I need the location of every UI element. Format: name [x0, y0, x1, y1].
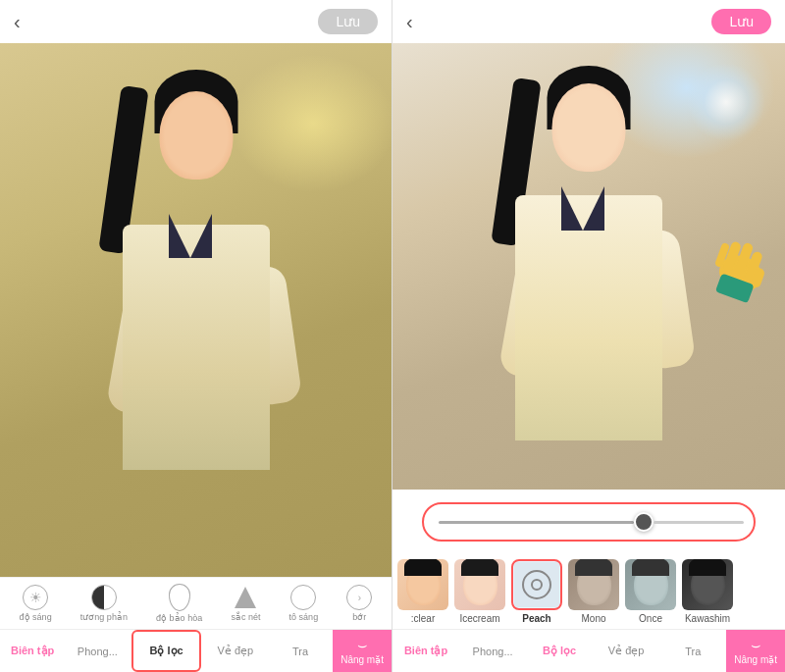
- filter-mono-thumb: [568, 559, 619, 610]
- filter-kawashim[interactable]: Kawashim: [682, 559, 733, 624]
- svg-point-0: [714, 250, 767, 298]
- svg-rect-4: [714, 242, 730, 268]
- svg-rect-1: [744, 250, 763, 283]
- hand-icon: [699, 224, 785, 312]
- body-left: [123, 225, 270, 470]
- slider-thumb[interactable]: [634, 512, 654, 532]
- more-icon: ›: [346, 585, 372, 610]
- filter-icons-bar-left: ☀ độ sáng tương phản độ bảo hòa sắc nét …: [0, 577, 392, 629]
- tra-label-left: Tra: [292, 646, 308, 657]
- nav-bien-tap-left[interactable]: Biên tập: [0, 630, 65, 672]
- hand-cursor: [706, 233, 775, 313]
- filter-peach-thumb: [511, 559, 562, 610]
- more-label: bớr: [352, 612, 366, 622]
- filter-clear-label: :clear: [411, 613, 435, 624]
- nav-boloc-right[interactable]: Bộ lọc: [526, 630, 593, 672]
- nangmat-label-left: Nâng mặt: [340, 654, 384, 665]
- phong-label-left: Phong...: [78, 646, 118, 657]
- filter-icecream-thumb: [454, 559, 505, 610]
- slider-empty-track: [654, 521, 744, 524]
- right-photo-area: [392, 43, 785, 490]
- contrast-icon: [91, 585, 117, 610]
- filter-kawashim-label: Kawashim: [685, 613, 730, 624]
- filter-sharpness[interactable]: sắc nét: [231, 585, 260, 622]
- nav-tra-right[interactable]: Tra: [659, 630, 726, 672]
- bien-tap-label-left: Biên tập: [11, 645, 54, 657]
- left-panel: ‹ Lưu ☀ độ sáng tương phản: [0, 0, 392, 672]
- phong-label-right: Phong...: [473, 646, 513, 657]
- collar-left: [169, 214, 212, 258]
- saturation-label: độ bảo hòa: [156, 613, 202, 623]
- slider-filled-track: [439, 521, 634, 524]
- filter-peach-label: Peach: [522, 613, 550, 624]
- svg-rect-6: [715, 273, 755, 303]
- highlight-label: tô sáng: [289, 612, 319, 622]
- svg-rect-2: [733, 241, 754, 277]
- filter-thumbnails: :clear Icecream Peach: [392, 554, 785, 629]
- nav-nangmat-left[interactable]: ⌣ Nâng mặt: [333, 630, 392, 672]
- peach-placeholder-icon: [522, 570, 551, 599]
- filter-saturation[interactable]: độ bảo hòa: [156, 584, 202, 623]
- slider-area: [392, 490, 785, 554]
- nav-boloc-left[interactable]: Bộ lọc: [131, 630, 200, 672]
- right-back-button[interactable]: ‹: [406, 11, 413, 33]
- filter-highlight[interactable]: tô sáng: [289, 585, 319, 622]
- filter-icecream-label: Icecream: [459, 613, 499, 624]
- svg-rect-5: [750, 267, 765, 288]
- left-header: ‹ Lưu: [0, 0, 392, 43]
- filter-slider-track: [439, 512, 739, 532]
- filter-clear-thumb: [397, 559, 448, 610]
- body-right: [515, 195, 662, 440]
- vedep-label-left: Vẻ đẹp: [218, 645, 254, 657]
- filter-clear[interactable]: :clear: [397, 559, 448, 624]
- smile-icon-right: ⌣: [751, 637, 761, 654]
- nav-nangmat-right[interactable]: ⌣ Nâng mặt: [726, 630, 785, 672]
- face-right: [552, 83, 626, 172]
- face-left: [159, 91, 233, 180]
- filter-peach[interactable]: Peach: [511, 559, 562, 624]
- bottom-nav-right: Biên tập Phong... Bộ lọc Vẻ đẹp Tra ⌣ Nâ…: [392, 629, 785, 672]
- collar-right: [561, 186, 604, 231]
- right-photo-bg: [392, 43, 785, 490]
- boloc-label-right: Bộ lọc: [543, 645, 576, 657]
- svg-rect-3: [722, 240, 742, 273]
- bottom-nav-left: Biên tập Phong... Bộ lọc Vẻ đẹp Tra ⌣ Nâ…: [0, 629, 392, 672]
- nav-vedep-left[interactable]: Vẻ đẹp: [203, 630, 268, 672]
- tra-label-right: Tra: [685, 646, 701, 657]
- smile-icon-left: ⌣: [357, 637, 368, 654]
- sun-icon: ☀: [23, 585, 48, 610]
- brightness-label: độ sáng: [20, 612, 52, 622]
- right-header: ‹ Lưu: [392, 0, 785, 43]
- left-back-button[interactable]: ‹: [14, 11, 21, 33]
- filter-brightness[interactable]: ☀ độ sáng: [20, 585, 52, 622]
- filter-once-thumb: [625, 559, 676, 610]
- nav-bien-tap-right[interactable]: Biên tập: [392, 630, 459, 672]
- nangmat-label-right: Nâng mặt: [734, 654, 777, 665]
- boloc-label-left: Bộ lọc: [149, 645, 183, 657]
- vedep-label-right: Vẻ đẹp: [608, 645, 645, 657]
- sharpness-label: sắc nét: [231, 612, 260, 622]
- sparkle-effect: [687, 63, 765, 141]
- bien-tap-label-right: Biên tập: [404, 645, 447, 657]
- filter-icecream[interactable]: Icecream: [454, 559, 505, 624]
- right-panel: ‹ Lưu: [392, 0, 785, 672]
- filter-kawashim-thumb: [682, 559, 733, 610]
- nav-tra-left[interactable]: Tra: [268, 630, 333, 672]
- left-photo-area: [0, 43, 392, 577]
- filter-contrast[interactable]: tương phản: [80, 585, 128, 622]
- filter-slider-wrapper: [422, 502, 756, 542]
- highlight-icon: [290, 585, 316, 610]
- drop-icon: [169, 584, 190, 611]
- left-photo-bg: [0, 43, 392, 577]
- filter-more[interactable]: › bớr: [346, 585, 372, 622]
- nav-vedep-right[interactable]: Vẻ đẹp: [593, 630, 659, 672]
- filter-once-label: Once: [639, 613, 662, 624]
- filter-mono[interactable]: Mono: [568, 559, 619, 624]
- triangle-icon: [233, 585, 258, 610]
- filter-once[interactable]: Once: [625, 559, 676, 624]
- contrast-label: tương phản: [80, 612, 128, 622]
- nav-phong-left[interactable]: Phong...: [65, 630, 130, 672]
- nav-phong-right[interactable]: Phong...: [459, 630, 526, 672]
- right-save-button[interactable]: Lưu: [711, 9, 771, 34]
- left-save-button[interactable]: Lưu: [318, 9, 378, 34]
